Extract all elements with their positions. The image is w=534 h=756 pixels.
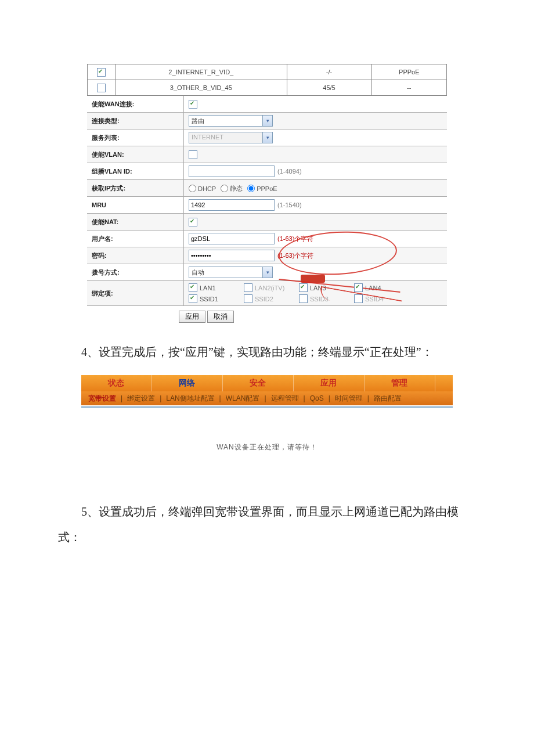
hint-username: (1-63)个字符: [277, 235, 313, 242]
row-mode: --: [371, 80, 446, 96]
radio-label: 静态: [230, 185, 243, 192]
binding-checkbox: [244, 294, 252, 303]
hint-mcast-vlan: (1-4094): [277, 168, 302, 175]
row-checkbox[interactable]: [97, 84, 106, 92]
bindings-grid: LAN1LAN2(iTV)LAN3LAN4SSID1SSID2SSID3SSID…: [189, 283, 409, 303]
binding-label: LAN3: [310, 285, 326, 291]
chevron-down-icon: ▾: [262, 267, 273, 278]
cancel-button[interactable]: 取消: [207, 311, 234, 323]
sub-tab[interactable]: 绑定设置: [124, 394, 158, 404]
binding-item[interactable]: SSID1: [189, 294, 244, 303]
input-mcast-vlan[interactable]: [189, 165, 275, 177]
input-mru[interactable]: [189, 199, 275, 211]
tabs-panel: 状态网络安全应用管理 宽带设置|绑定设置|LAN侧地址配置|WLAN配置|远程管…: [81, 375, 453, 452]
hint-password: (1-63)个字符: [277, 252, 313, 259]
binding-item[interactable]: LAN3: [299, 283, 354, 292]
sub-tab[interactable]: QoS: [306, 394, 327, 402]
main-tabs: 状态网络安全应用管理: [81, 375, 453, 391]
sub-tab[interactable]: 远程管理: [268, 394, 302, 404]
row-name: 2_INTERNET_R_VID_: [116, 64, 287, 80]
binding-item[interactable]: LAN4: [354, 283, 409, 292]
label-password: 密码:: [87, 247, 184, 264]
select-dial-mode[interactable]: 自动 ▾: [189, 267, 273, 278]
connection-row[interactable]: 3_OTHER_B_VID_4545/5--: [88, 80, 447, 96]
row-checkbox[interactable]: [97, 68, 106, 77]
label-ip-mode: 获取IP方式:: [87, 180, 184, 197]
binding-label: SSID2: [255, 296, 273, 303]
form-buttons: 应用 取消: [87, 306, 447, 323]
radio-label: PPPoE: [257, 185, 277, 192]
binding-item: SSID3: [299, 294, 354, 303]
main-tab[interactable]: 管理: [365, 375, 435, 391]
binding-item: SSID2: [244, 294, 299, 303]
label-service-list: 服务列表:: [87, 129, 184, 146]
label-conn-type: 连接类型:: [87, 113, 184, 129]
sub-tab[interactable]: 路由配置: [370, 394, 405, 404]
radio-group-ip-mode[interactable]: DHCP静态PPPoE: [184, 180, 448, 197]
chevron-down-icon: ▾: [262, 132, 273, 143]
paragraph-4: 4、设置完成后，按“应用”键，实现路由功能；终端显示“正在处理”：: [58, 339, 476, 365]
radio-ip-dhcp[interactable]: [189, 185, 196, 192]
label-mcast-vlan: 组播VLAN ID:: [87, 163, 184, 180]
binding-label: LAN1: [200, 285, 216, 291]
select-service-list: INTERNET ▾: [189, 132, 273, 143]
processing-message: WAN设备正在处理，请等待！: [81, 442, 453, 452]
binding-item: SSID4: [354, 294, 409, 303]
connection-list-table: 2_INTERNET_R_VID_-/-PPPoE3_OTHER_B_VID_4…: [87, 64, 447, 96]
hint-mru: (1-1540): [277, 201, 302, 208]
label-enable-wan: 使能WAN连接:: [87, 96, 184, 113]
binding-label: LAN4: [365, 285, 381, 291]
apply-button[interactable]: 应用: [179, 311, 205, 323]
sub-tab[interactable]: 宽带设置: [85, 394, 120, 404]
main-tab[interactable]: 应用: [294, 375, 365, 391]
label-enable-nat: 使能NAT:: [87, 214, 184, 231]
wan-config-panel: 2_INTERNET_R_VID_-/-PPPoE3_OTHER_B_VID_4…: [87, 64, 447, 323]
row-mode: PPPoE: [371, 64, 446, 80]
sub-tabs: 宽带设置|绑定设置|LAN侧地址配置|WLAN配置|远程管理|QoS|时间管理|…: [81, 391, 453, 405]
binding-checkbox[interactable]: [189, 294, 197, 303]
binding-label: SSID1: [200, 296, 218, 303]
checkbox-enable-vlan[interactable]: [189, 150, 197, 159]
binding-label: SSID3: [310, 296, 329, 303]
select-conn-type[interactable]: 路由 ▾: [189, 115, 273, 127]
label-mru: MRU: [87, 197, 184, 214]
chevron-down-icon: ▾: [262, 115, 273, 127]
paragraph-5: 5、设置成功后，终端弹回宽带设置界面，而且显示上网通道已配为路由模式：: [58, 499, 476, 550]
binding-checkbox[interactable]: [189, 283, 197, 292]
binding-item[interactable]: LAN1: [189, 283, 244, 292]
row-vlan: -/-: [287, 64, 371, 80]
main-tab[interactable]: 安全: [223, 375, 294, 391]
binding-checkbox[interactable]: [299, 283, 308, 292]
binding-label: SSID4: [365, 296, 384, 303]
row-name: 3_OTHER_B_VID_45: [116, 80, 287, 96]
input-username[interactable]: [189, 233, 275, 244]
sub-tab[interactable]: WLAN配置: [222, 394, 264, 404]
sub-tab[interactable]: LAN侧地址配置: [163, 394, 218, 404]
label-dial-mode: 拨号方式:: [87, 264, 184, 281]
radio-label: DHCP: [198, 185, 216, 192]
binding-checkbox[interactable]: [354, 283, 363, 292]
binding-checkbox: [354, 294, 363, 303]
connection-row[interactable]: 2_INTERNET_R_VID_-/-PPPoE: [88, 64, 447, 80]
label-bindings: 绑定项:: [87, 281, 184, 306]
radio-ip-pppoe[interactable]: [247, 185, 255, 192]
checkbox-enable-nat[interactable]: [189, 218, 197, 226]
binding-checkbox: [299, 294, 308, 303]
main-tab[interactable]: 网络: [152, 375, 223, 391]
main-tab[interactable]: 状态: [81, 375, 152, 391]
sub-tab[interactable]: 时间管理: [331, 394, 366, 404]
row-vlan: 45/5: [287, 80, 371, 96]
wan-form: 使能WAN连接: 连接类型: 路由 ▾ 服务列表: INTER: [87, 96, 447, 306]
label-enable-vlan: 使能VLAN:: [87, 146, 184, 163]
radio-ip-静态[interactable]: [221, 185, 228, 192]
binding-item: LAN2(iTV): [244, 283, 299, 292]
label-username: 用户名:: [87, 231, 184, 247]
binding-label: LAN2(iTV): [255, 285, 284, 291]
binding-checkbox: [244, 283, 252, 292]
checkbox-enable-wan[interactable]: [189, 100, 197, 109]
input-password[interactable]: [189, 250, 275, 261]
